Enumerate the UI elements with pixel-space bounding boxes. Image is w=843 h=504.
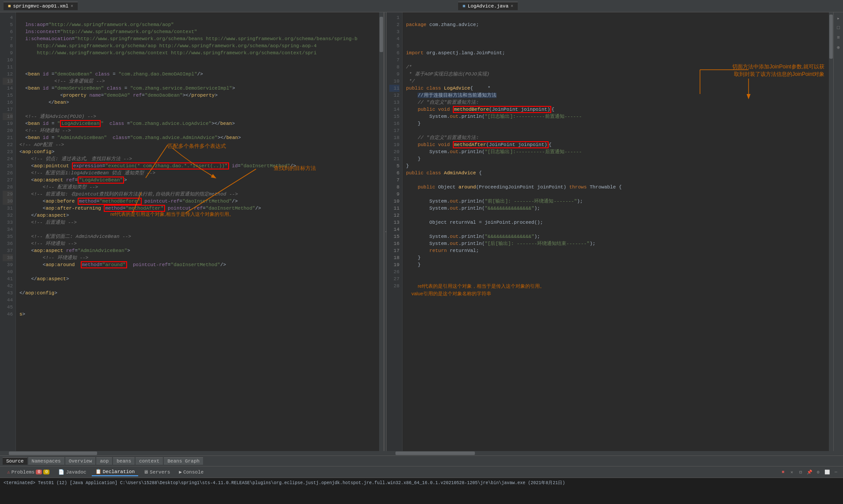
tab-java[interactable]: ■ LogAdvice.java × <box>458 2 518 10</box>
left-scrollbar-v[interactable] <box>379 12 384 451</box>
console-output: <terminated> Test01 (12) [Java Applicati… <box>0 478 843 504</box>
tab-source[interactable]: Source <box>3 457 27 465</box>
tab-servers[interactable]: 🖥 Servers <box>140 468 173 476</box>
tab-overview[interactable]: Overview <box>65 457 96 465</box>
console-label: Console <box>183 470 203 475</box>
tab-xml[interactable]: ■ springmvc-aop01.xml × <box>4 2 78 10</box>
right-editor-pane[interactable]: 1 2 3 4 5 6 7 8 9 10 11 12 13 14 15 16 1 <box>387 12 833 451</box>
error-count: 0 <box>36 470 42 474</box>
warning-count: 0 <box>43 470 49 474</box>
tab-beans-graph[interactable]: Beans Graph <box>164 457 203 465</box>
java-icon: ■ <box>463 4 466 9</box>
editors-row: 4 5 6 7 8 9 10 11 12 13 14 15 16 17 18 1… <box>0 12 843 451</box>
pin-icon[interactable]: 📌 <box>806 469 813 476</box>
bottom-tabs-bar: Source Namespaces Overview aop beans con… <box>0 455 843 466</box>
right-line-numbers: 1 2 3 4 5 6 7 8 9 10 11 12 13 14 15 16 1 <box>387 12 403 451</box>
tab-namespaces[interactable]: Namespaces <box>28 457 64 465</box>
declaration-label: Declaration <box>103 469 135 474</box>
doc-icon: 📄 <box>58 469 64 475</box>
left-line-numbers: 4 5 6 7 8 9 10 11 12 13 14 15 16 17 18 1… <box>0 12 16 451</box>
xml-icon: ■ <box>8 4 11 9</box>
tab-javadoc[interactable]: 📄 Javadoc <box>55 468 90 476</box>
left-scrollbar-h-thumb[interactable] <box>9 451 97 455</box>
remove-icon[interactable]: ✕ <box>788 469 795 476</box>
servers-label: Servers <box>150 470 170 475</box>
right-scrollbar-h-thumb[interactable] <box>395 451 475 455</box>
right-scrollbar-thumb[interactable] <box>829 15 833 59</box>
tab-declaration[interactable]: 📋 Declaration <box>92 468 139 476</box>
left-editor-pane[interactable]: 4 5 6 7 8 9 10 11 12 13 14 15 16 17 18 1… <box>0 12 384 451</box>
problems-label: Problems <box>11 470 35 475</box>
tab-java-close[interactable]: × <box>511 4 513 9</box>
tab-beans[interactable]: beans <box>113 457 135 465</box>
declaration-icon: 📋 <box>95 469 102 474</box>
tab-java-label: LogAdvice.java <box>468 4 508 9</box>
javadoc-label: Javadoc <box>66 470 86 475</box>
console-text: <terminated> Test01 (12) [Java Applicati… <box>4 480 839 486</box>
toolbar-btn-1[interactable]: ▸ <box>835 14 843 22</box>
right-scrollbar-v[interactable] <box>829 12 833 451</box>
tab-problems[interactable]: ⚠ Problems 0 0 <box>4 468 53 476</box>
server-icon: 🖥 <box>143 469 148 475</box>
tab-context[interactable]: context <box>135 457 163 465</box>
toolbar-btn-2[interactable]: □ <box>835 24 843 32</box>
left-scrollbar-h[interactable] <box>0 451 384 455</box>
tab-xml-label: springmvc-aop01.xml <box>13 4 68 9</box>
toolbar-btn-3[interactable]: ≡ <box>835 34 843 41</box>
maximize-icon[interactable]: ⬜ <box>824 469 831 476</box>
tab-xml-close[interactable]: × <box>71 4 73 9</box>
tab-console[interactable]: ▶ Console <box>176 468 207 476</box>
minimize-icon[interactable]: — <box>832 469 839 476</box>
filter-icon[interactable]: ⊟ <box>797 469 804 476</box>
stop-icon[interactable]: ■ <box>779 469 787 476</box>
console-icon: ▶ <box>179 469 182 475</box>
problems-bar: ⚠ Problems 0 0 📄 Javadoc 📋 Declaration 🖥… <box>0 466 843 478</box>
warning-icon: ⚠ <box>7 469 10 475</box>
left-code-content[interactable]: lns:aop="http://www.springframework.org/… <box>16 12 384 451</box>
scrollbar-row <box>0 451 843 455</box>
main-layout: ■ springmvc-aop01.xml × ■ LogAdvice.java… <box>0 0 843 504</box>
left-scrollbar-thumb[interactable] <box>380 17 383 52</box>
right-code-content[interactable]: package com.zhang.advice; import org.asp… <box>403 12 833 451</box>
tab-aop[interactable]: aop <box>96 457 112 465</box>
right-toolbar: ▸ □ ≡ ⊕ <box>833 12 843 451</box>
tab-bar: ■ springmvc-aop01.xml × ■ LogAdvice.java… <box>0 0 843 12</box>
toolbar-btn-4[interactable]: ⊕ <box>835 43 843 51</box>
settings-icon[interactable]: ⚙ <box>815 469 822 476</box>
right-scrollbar-h[interactable] <box>387 451 843 455</box>
